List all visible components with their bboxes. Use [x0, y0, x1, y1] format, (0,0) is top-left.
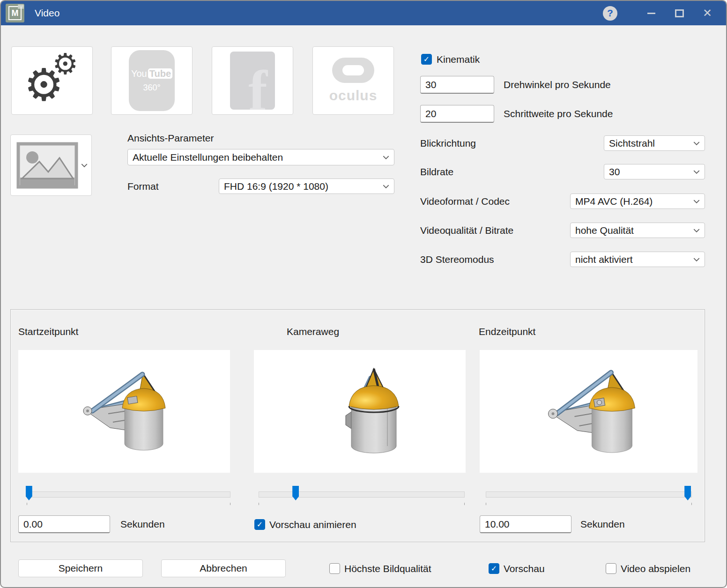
oculus-wordmark: oculus [329, 88, 378, 104]
dropdown-value: 30 [609, 166, 693, 178]
oculus-lens-shape [342, 65, 364, 75]
youtube-wordmark: YouTube [131, 68, 172, 79]
chevron-down-icon[interactable] [81, 164, 88, 167]
chevron-down-icon [693, 229, 700, 232]
minimize-icon [647, 13, 655, 14]
slider-tick [464, 503, 465, 505]
drehwinkel-input[interactable] [420, 76, 494, 94]
app-icon-stack [18, 4, 24, 9]
hoechste-bildqualitaet-checkbox[interactable] [329, 563, 340, 574]
help-icon: ? [607, 7, 613, 19]
app-icon: M [6, 4, 24, 22]
chevron-down-icon [693, 200, 700, 203]
oculus-goggle-shape [332, 58, 374, 83]
camera-path-preview-viewport[interactable] [254, 350, 466, 473]
camera-path-heading: Kameraweg [287, 326, 339, 337]
youtube-tube-text: Tube [148, 68, 172, 79]
dropdown-value: hohe Qualität [575, 225, 693, 236]
slider-thumb[interactable] [684, 486, 691, 500]
videoformat-codec-label: Videoformat / Codec [420, 194, 510, 209]
ladle-3d-model [480, 350, 697, 473]
videoqualitaet-bitrate-label: Videoqualität / Bitrate [420, 223, 513, 238]
slider-thumb[interactable] [26, 486, 32, 500]
end-preview-viewport[interactable] [480, 350, 697, 473]
hoechste-bildqualitaet-label: Höchste Bildqualität [344, 563, 431, 574]
stereomodus-label: 3D Stereomodus [420, 252, 494, 267]
format-dropdown[interactable]: FHD 16:9 (1920 * 1080) [219, 179, 394, 194]
slider-track[interactable] [259, 491, 465, 498]
video-abspielen-label: Video abspielen [621, 563, 690, 574]
chevron-down-icon [693, 141, 700, 145]
ansichts-parameter-dropdown[interactable]: Aktuelle Einstellungen beibehalten [127, 149, 394, 165]
help-button[interactable]: ? [603, 6, 617, 21]
kinematik-label: Kinematik [437, 53, 480, 65]
end-seconds-input[interactable] [480, 515, 571, 533]
check-icon: ✓ [423, 55, 430, 64]
youtube-360-tile-button[interactable]: YouTube 360° [111, 46, 193, 115]
slider-tick [691, 503, 692, 505]
facebook-letter: f [248, 58, 267, 110]
youtube-360-text: 360° [143, 83, 160, 93]
bildrate-label: Bildrate [420, 164, 453, 179]
blickrichtung-label: Blickrichtung [420, 135, 476, 151]
view-thumbnail-button[interactable] [10, 134, 92, 196]
ansichts-parameter-label: Ansichts-Parameter [127, 133, 214, 144]
ladle-3d-model [254, 350, 466, 473]
dropdown-value: Sichtstrahl [609, 138, 693, 149]
vorschau-label: Vorschau [504, 563, 545, 574]
slider-track[interactable] [27, 491, 230, 498]
bildrate-dropdown[interactable]: 30 [604, 164, 705, 179]
dropdown-value: MP4 AVC (H.264) [575, 196, 693, 207]
save-button[interactable]: Speichern [18, 559, 143, 577]
oculus-tile-button[interactable]: oculus [312, 46, 394, 115]
end-time-slider[interactable] [486, 486, 692, 506]
facebook-icon: f [230, 52, 275, 110]
chevron-down-icon [693, 258, 700, 261]
save-button-label: Speichern [59, 563, 103, 574]
chevron-down-icon [383, 156, 389, 159]
cancel-button-label: Abbrechen [200, 563, 247, 574]
start-preview-viewport[interactable] [18, 350, 230, 473]
slider-tick [259, 503, 259, 505]
stereomodus-dropdown[interactable]: nicht aktiviert [570, 252, 705, 267]
schrittweite-input[interactable] [420, 105, 494, 123]
window-title: Video [35, 7, 59, 19]
start-seconds-unit-label: Sekunden [120, 515, 165, 533]
chevron-down-icon [693, 170, 700, 174]
blickrichtung-dropdown[interactable]: Sichtstrahl [604, 135, 705, 151]
youtube-you-text: You [131, 68, 147, 79]
titlebar: M Video ? ✕ [1, 1, 726, 25]
ladle-3d-model [18, 350, 230, 473]
format-label: Format [127, 179, 159, 194]
check-icon: ✓ [257, 520, 263, 529]
start-seconds-input[interactable] [18, 515, 110, 533]
maximize-button[interactable] [665, 1, 693, 25]
start-time-slider[interactable] [27, 486, 230, 506]
video-abspielen-checkbox[interactable] [606, 563, 616, 574]
youtube-360-icon: YouTube 360° [129, 50, 175, 111]
check-icon: ✓ [491, 564, 497, 573]
facebook-tile-button[interactable]: f [212, 46, 293, 115]
kinematik-checkbox[interactable]: ✓ [421, 54, 432, 65]
camera-path-slider[interactable] [259, 486, 465, 506]
gear-icon: ⚙ [24, 63, 64, 107]
chevron-down-icon [383, 185, 389, 188]
dropdown-value: FHD 16:9 (1920 * 1080) [224, 181, 383, 192]
vorschau-checkbox[interactable]: ✓ [489, 563, 499, 574]
close-button[interactable]: ✕ [693, 1, 721, 25]
schrittweite-label: Schrittweite pro Sekunde [504, 105, 613, 123]
settings-tile-button[interactable]: ⚙ ⚙ [11, 46, 93, 115]
slider-track[interactable] [486, 491, 692, 498]
videoqualitaet-bitrate-dropdown[interactable]: hohe Qualität [570, 223, 705, 238]
gears-icon: ⚙ ⚙ [12, 47, 92, 114]
end-seconds-unit-label: Sekunden [580, 515, 625, 533]
preview-animate-checkbox[interactable]: ✓ [254, 519, 265, 530]
videoformat-codec-dropdown[interactable]: MP4 AVC (H.264) [570, 194, 705, 209]
end-time-heading: Endzeitpunkt [479, 326, 535, 337]
cancel-button[interactable]: Abbrechen [161, 559, 286, 577]
dropdown-value: Aktuelle Einstellungen beibehalten [133, 152, 383, 163]
slider-thumb[interactable] [292, 486, 299, 500]
drehwinkel-label: Drehwinkel pro Sekunde [504, 76, 611, 94]
minimize-button[interactable] [637, 1, 665, 25]
start-time-heading: Startzeitpunkt [18, 326, 78, 337]
